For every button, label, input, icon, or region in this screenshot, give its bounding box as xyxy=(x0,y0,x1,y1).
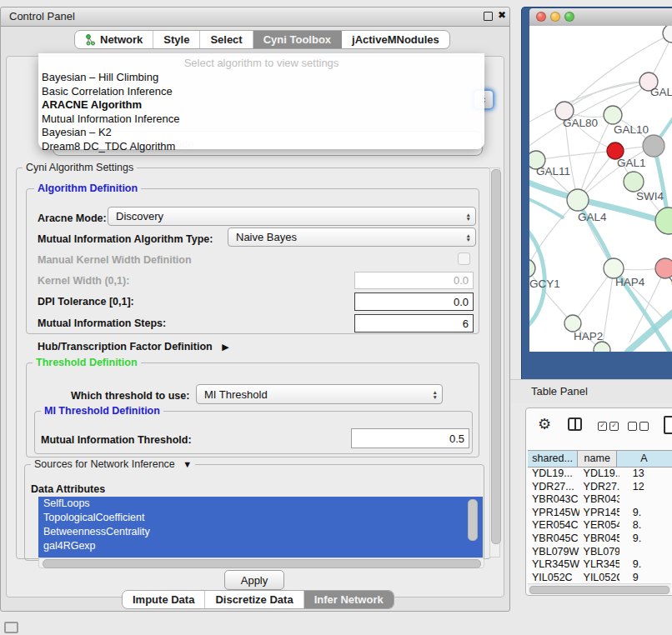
function-builder-icon[interactable] xyxy=(664,416,672,434)
node-label-gal10: GAL10 xyxy=(614,123,649,136)
tab-label: Select xyxy=(210,33,242,46)
tab-network[interactable]: Network xyxy=(75,31,153,48)
algorithm-option[interactable]: Bayesian – K2 xyxy=(38,126,484,140)
close-traffic-light-icon[interactable] xyxy=(536,12,546,22)
table-panel-header: Table Panel xyxy=(510,379,672,403)
node-label-gal1: GAL1 xyxy=(617,157,646,169)
apply-button-label: Apply xyxy=(241,574,268,587)
tab-cyni-toolbox[interactable]: Cyni Toolbox xyxy=(253,31,342,48)
tab-select[interactable]: Select xyxy=(200,31,253,48)
collapse-arrow-icon: ▼ xyxy=(183,459,192,469)
gear-icon[interactable]: ⚙ xyxy=(538,415,551,433)
attribute-item[interactable]: gal4RGexp xyxy=(38,539,483,553)
popup-item-list: Bayesian – Hill ClimbingBasic Correlatio… xyxy=(38,71,484,154)
mi-threshold-label: Mutual Information Threshold: xyxy=(41,434,192,446)
data-attributes-list[interactable]: SelfLoopsTopologicalCoefficientBetweenne… xyxy=(38,497,483,558)
column-header-partial[interactable]: A xyxy=(617,451,672,467)
table-row[interactable]: YBR043CYBR043C xyxy=(528,493,672,507)
tab-label: jActiveMNodules xyxy=(352,33,439,46)
aracne-mode-combo[interactable]: Discovery ▲▼ xyxy=(108,207,476,226)
node-gal4[interactable] xyxy=(567,189,589,211)
table-row[interactable]: YPR145WYPR145W9. xyxy=(528,507,672,520)
node-label-gal: GAL xyxy=(650,86,672,98)
hub-definition-label: Hub/Transcription Factor Definition xyxy=(38,341,213,352)
column-header-name[interactable]: name xyxy=(578,451,617,467)
network-edge[interactable] xyxy=(564,33,672,111)
table-cell: 12 xyxy=(619,481,672,494)
node-gal10[interactable] xyxy=(604,106,622,124)
algorithm-option[interactable]: Basic Correlation Inference xyxy=(38,85,484,99)
table-row[interactable]: YIL052CYIL052C9 xyxy=(528,572,672,584)
table-row[interactable]: YLR345WYLR345W9. xyxy=(528,558,672,572)
kernel-width-field[interactable]: 0.0 xyxy=(354,272,474,289)
table-cell xyxy=(619,493,672,507)
table-cell: YBR045C xyxy=(579,532,619,546)
tab-jactivemnodules[interactable]: jActiveMNodules xyxy=(342,31,449,48)
network-edge-highlighted[interactable] xyxy=(529,197,563,218)
network-edge-highlighted[interactable] xyxy=(529,226,544,328)
network-window-titlebar[interactable] xyxy=(529,8,672,27)
table-row[interactable]: YDR27...YDR27...12 xyxy=(528,481,672,494)
zoom-traffic-light-icon[interactable] xyxy=(564,12,574,22)
table-cell: YDR27... xyxy=(579,481,619,494)
network-edge[interactable] xyxy=(536,151,615,160)
table-scrollbar-thumb[interactable] xyxy=(529,586,669,594)
tab-impute-data[interactable]: Impute Data xyxy=(123,591,205,608)
mi-steps-field[interactable]: 6 xyxy=(354,314,474,332)
table-scrollbar-track[interactable] xyxy=(528,583,671,594)
tab-label: Network xyxy=(100,33,143,46)
node-green-mid[interactable] xyxy=(624,172,644,192)
table-cell: YLR345W xyxy=(579,558,619,572)
algorithm-option[interactable]: Bayesian – Hill Climbing xyxy=(38,71,484,85)
float-window-icon[interactable] xyxy=(484,12,493,21)
algorithm-dropdown-popup: Select algorithm to view settings Bayesi… xyxy=(38,53,484,149)
table-row[interactable]: YBL079WYBL079W xyxy=(528,546,672,559)
dpi-tolerance-field[interactable]: 0.0 xyxy=(354,292,474,311)
column-header-shared[interactable]: shared... xyxy=(528,451,578,467)
algorithm-option[interactable]: ARACNE Algorithm xyxy=(38,98,484,112)
settings-scrollbar-thumb[interactable] xyxy=(491,169,501,544)
mi-type-combo[interactable]: Naive Bayes ▲▼ xyxy=(228,228,476,247)
table-row[interactable]: YBR045CYBR045C9. xyxy=(528,532,672,546)
kernel-width-value: 0.0 xyxy=(454,274,469,287)
node-hap2[interactable] xyxy=(564,315,581,332)
node-gcy1[interactable] xyxy=(529,259,535,278)
manual-kernel-checkbox[interactable] xyxy=(458,252,470,265)
bottom-left-widget-icon[interactable] xyxy=(4,622,18,633)
node-label-gal80: GAL80 xyxy=(563,117,598,129)
table-row[interactable]: YER054CYER054C8. xyxy=(528,519,672,532)
mi-threshold-field[interactable]: 0.5 xyxy=(351,428,469,448)
attribute-item[interactable]: SelfLoops xyxy=(38,497,483,511)
sources-legend[interactable]: Sources for Network Inference ▼ xyxy=(31,458,195,470)
node-swi4[interactable] xyxy=(655,208,672,234)
column-layout-icon[interactable] xyxy=(568,418,582,431)
network-edge[interactable] xyxy=(602,268,614,350)
deselect-all-icon[interactable] xyxy=(628,422,649,431)
tab-label: Cyni Toolbox xyxy=(263,33,331,46)
attribute-item[interactable]: TopologicalCoefficient xyxy=(38,511,483,525)
node-top-partial[interactable] xyxy=(663,26,672,42)
tab-style[interactable]: Style xyxy=(153,31,200,48)
table-row[interactable]: YDL19...YDL19...13 xyxy=(528,468,672,481)
apply-button[interactable]: Apply xyxy=(224,570,284,590)
tab-label: Impute Data xyxy=(133,593,194,606)
minimize-traffic-light-icon[interactable] xyxy=(550,12,560,22)
close-panel-icon[interactable]: ✖ xyxy=(498,9,506,21)
select-all-icon[interactable]: ✓✓ xyxy=(598,422,619,431)
tab-discretize-data[interactable]: Discretize Data xyxy=(205,591,303,608)
node-bottom[interactable] xyxy=(594,342,610,352)
algorithm-option[interactable]: Dream8 DC_TDC Algorithm xyxy=(38,140,484,154)
horizontal-scrollbar-thumb[interactable] xyxy=(43,559,481,568)
node-gray[interactable] xyxy=(643,135,664,157)
control-panel-window: Control Panel ✖ NetworkStyleSelectCyni T… xyxy=(0,7,510,612)
attribute-item[interactable]: BetweennessCentrality xyxy=(38,525,483,539)
tab-infer-network[interactable]: Infer Network xyxy=(304,591,394,608)
hub-definition-toggle[interactable]: Hub/Transcription Factor Definition ▶ xyxy=(38,341,229,352)
network-canvas[interactable]: GALGAL80GAL10GAL1GAL11GAL4SWI4GCY1HAP4YH… xyxy=(529,26,672,352)
table-cell: 9. xyxy=(619,532,672,546)
algorithm-option[interactable]: Mutual Information Inference xyxy=(38,112,484,127)
which-threshold-combo[interactable]: MI Threshold ▲▼ xyxy=(196,384,443,404)
attributes-list-scrollbar[interactable] xyxy=(468,499,478,541)
tab-label: Style xyxy=(163,33,189,46)
combo-arrows-icon: ▲▼ xyxy=(433,390,438,399)
